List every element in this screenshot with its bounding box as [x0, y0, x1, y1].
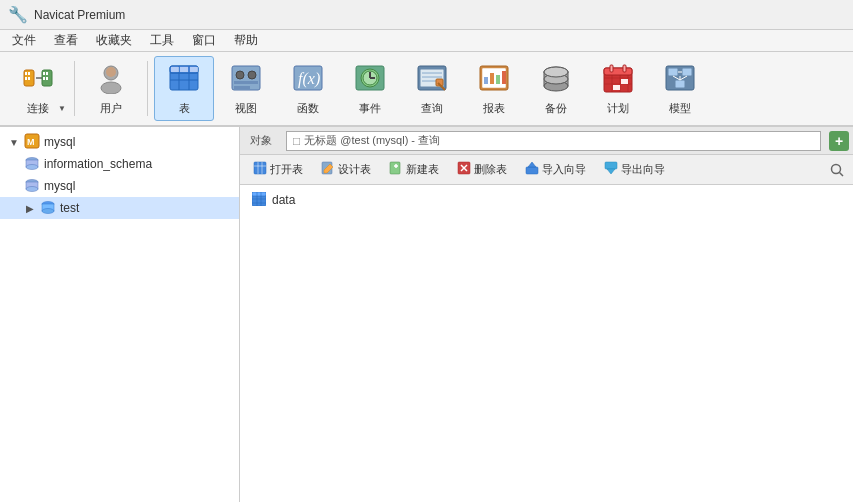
svg-point-13 [101, 82, 121, 94]
delete-table-button[interactable]: 删除表 [450, 158, 514, 181]
report-icon [478, 62, 510, 99]
table-label: 表 [179, 101, 190, 116]
connect-icon [22, 62, 54, 99]
backup-icon [540, 62, 572, 99]
toolbar-query-button[interactable]: 查询 [402, 56, 462, 121]
new-table-label: 新建表 [406, 162, 439, 177]
menu-window[interactable]: 窗口 [184, 30, 224, 51]
new-table-button[interactable]: 新建表 [382, 158, 446, 181]
view-icon [230, 62, 262, 99]
tree-test-label: test [60, 201, 79, 215]
connect-svg [22, 62, 54, 94]
svg-rect-7 [43, 72, 45, 75]
tree-mysql-db[interactable]: mysql [0, 175, 239, 197]
svg-rect-45 [490, 73, 494, 84]
svg-point-52 [544, 67, 568, 77]
svg-point-12 [106, 67, 116, 77]
svg-rect-26 [234, 81, 258, 84]
new-tab-icon: + [835, 133, 843, 149]
toolbar-sep-2 [147, 61, 148, 116]
svg-rect-63 [613, 85, 620, 90]
backup-label: 备份 [545, 101, 567, 116]
svg-rect-101 [252, 192, 266, 196]
search-icon [829, 162, 845, 178]
connect-btn-group: 连接 ▼ [8, 56, 68, 121]
design-table-button[interactable]: 设计表 [314, 158, 378, 181]
svg-rect-46 [496, 75, 500, 84]
table-list-icon [252, 192, 266, 209]
toolbar-event-button[interactable]: 事件 [340, 56, 400, 121]
svg-point-98 [832, 164, 841, 173]
svg-rect-67 [675, 80, 685, 88]
user-icon [95, 62, 127, 99]
object-list: data [240, 185, 853, 502]
svg-point-76 [26, 164, 38, 169]
svg-line-99 [840, 172, 844, 176]
app-title: Navicat Premium [34, 8, 125, 22]
toolbar-user-button[interactable]: 用户 [81, 56, 141, 121]
svg-text:M: M [27, 137, 35, 147]
tree-infschema-label: information_schema [44, 157, 152, 171]
title-bar: 🔧 Navicat Premium [0, 0, 853, 30]
svg-rect-94 [526, 167, 538, 174]
delete-table-label: 删除表 [474, 162, 507, 177]
sidebar: ▼ M mysql information_schema [0, 127, 240, 502]
db-icon-infschema [24, 155, 40, 174]
svg-rect-62 [621, 79, 628, 84]
menu-view[interactable]: 查看 [46, 30, 86, 51]
schedule-icon [602, 62, 634, 99]
svg-point-79 [26, 186, 38, 191]
tree-test-db[interactable]: ▶ test [0, 197, 239, 219]
view-label: 视图 [235, 101, 257, 116]
svg-rect-2 [28, 72, 30, 75]
model-icon [664, 62, 696, 99]
data-table-label: data [272, 193, 295, 207]
open-table-button[interactable]: 打开表 [246, 158, 310, 181]
query-label: 查询 [421, 101, 443, 116]
menu-file[interactable]: 文件 [4, 30, 44, 51]
menu-favorites[interactable]: 收藏夹 [88, 30, 140, 51]
toolbar-schedule-button[interactable]: 计划 [588, 56, 648, 121]
svg-rect-96 [605, 162, 617, 169]
menu-tools[interactable]: 工具 [142, 30, 182, 51]
object-tab-label: 对象 [244, 131, 278, 150]
connection-icon: M [24, 133, 40, 152]
search-button[interactable] [827, 160, 847, 180]
svg-rect-10 [46, 77, 48, 80]
db-icon-mysql [24, 177, 40, 196]
svg-marker-97 [607, 169, 615, 174]
tree-arrow-expand: ▼ [8, 137, 20, 148]
svg-text:f(x): f(x) [298, 70, 320, 88]
design-table-label: 设计表 [338, 162, 371, 177]
toolbar-table-button[interactable]: 表 [154, 56, 214, 121]
tree-mysql-connection[interactable]: ▼ M mysql [0, 131, 239, 153]
report-label: 报表 [483, 101, 505, 116]
toolbar-report-button[interactable]: 报表 [464, 56, 524, 121]
svg-rect-27 [234, 86, 250, 89]
import-wizard-label: 导入向导 [542, 162, 586, 177]
svg-rect-21 [180, 67, 188, 72]
object-toolbar: 打开表 设计表 新 [240, 155, 853, 185]
svg-rect-1 [25, 72, 27, 75]
toolbar-backup-button[interactable]: 备份 [526, 56, 586, 121]
list-item[interactable]: data [240, 189, 853, 211]
query-tab-bar[interactable]: □ 无标题 @test (mysql) - 查询 [286, 131, 821, 151]
tree-mysql-db-label: mysql [44, 179, 75, 193]
new-tab-button[interactable]: + [829, 131, 849, 151]
import-wizard-button[interactable]: 导入向导 [518, 158, 593, 181]
main-content: ▼ M mysql information_schema [0, 127, 853, 502]
export-icon [604, 161, 618, 178]
model-label: 模型 [669, 101, 691, 116]
tree-information-schema[interactable]: information_schema [0, 153, 239, 175]
connect-label: 连接 [27, 101, 49, 116]
query-tab-icon: □ [293, 134, 300, 148]
svg-rect-83 [254, 162, 266, 174]
toolbar-view-button[interactable]: 视图 [216, 56, 276, 121]
app-icon: 🔧 [8, 5, 28, 24]
toolbar-model-button[interactable]: 模型 [650, 56, 710, 121]
event-label: 事件 [359, 101, 381, 116]
new-table-icon [389, 161, 403, 178]
menu-help[interactable]: 帮助 [226, 30, 266, 51]
export-wizard-button[interactable]: 导出向导 [597, 158, 672, 181]
toolbar-function-button[interactable]: f(x) 函数 [278, 56, 338, 121]
